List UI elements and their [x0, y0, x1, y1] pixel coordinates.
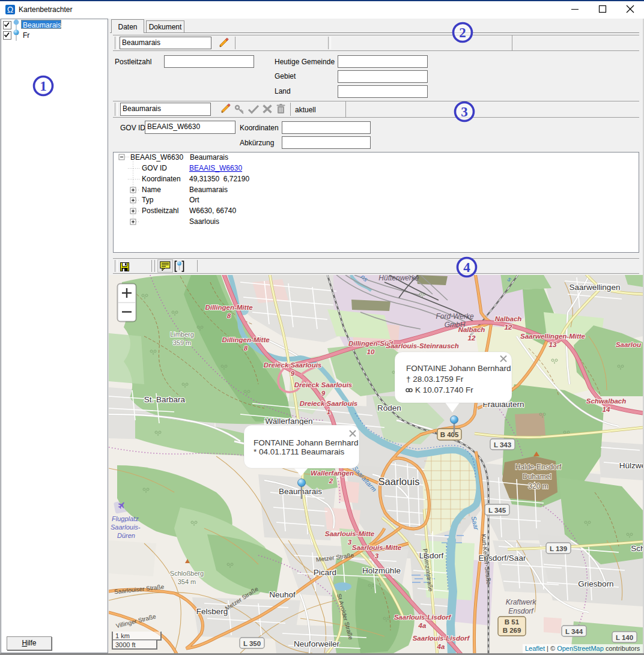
svg-text:Leaflet | © OpenStreetMap cont: Leaflet | © OpenStreetMap contributors [525, 645, 640, 652]
svg-text:320 m: 320 m [528, 482, 548, 490]
svg-text:Saarlou: Saarlou [616, 341, 641, 348]
svg-text:Hüttenwerke: Hüttenwerke [378, 274, 419, 282]
svg-text:Dillingen-Mitte: Dillingen-Mitte [205, 304, 253, 311]
svg-text:Schwalbach: Schwalbach [586, 397, 626, 405]
svg-text:Saarlouis-Steinrausch: Saarlouis-Steinrausch [386, 342, 458, 349]
svg-text:4: 4 [463, 260, 470, 275]
svg-text:Ford-Werke: Ford-Werke [436, 312, 473, 321]
svg-text:L 140: L 140 [616, 634, 633, 641]
svg-text:Holzmühle: Holzmühle [362, 566, 401, 575]
svg-text:Düren: Düren [117, 532, 135, 539]
svg-text:Dreieck Saarlouis: Dreieck Saarlouis [264, 361, 322, 369]
svg-text:Dreieck Saarlouis: Dreieck Saarlouis [300, 400, 358, 407]
svg-text:L 343: L 343 [494, 441, 511, 448]
svg-text:Limberg: Limberg [170, 331, 194, 338]
svg-text:3: 3 [461, 104, 468, 119]
svg-text:Roden: Roden [377, 403, 401, 412]
svg-text:L 344: L 344 [565, 628, 583, 635]
svg-text:4a: 4a [418, 622, 427, 629]
svg-text:K 10.07.1740 Fr: K 10.07.1740 Fr [415, 385, 473, 394]
svg-text:359 m: 359 m [173, 339, 192, 346]
svg-text:12: 12 [505, 324, 512, 331]
svg-text:Flugplatz: Flugplatz [112, 515, 139, 522]
svg-text:FONTAINE Johann Bernhard: FONTAINE Johann Bernhard [406, 364, 511, 373]
svg-text:Wallerfangen: Wallerfangen [311, 469, 354, 477]
svg-text:Saarwellingen: Saarwellingen [570, 283, 621, 292]
svg-text:B 269: B 269 [503, 627, 521, 634]
svg-text:Beaumarais: Beaumarais [279, 487, 322, 496]
svg-text:St. Barbara: St. Barbara [144, 395, 186, 404]
svg-text:Neuhof: Neuhof [269, 590, 296, 599]
svg-text:Saarwellingen-Mitte: Saarwellingen-Mitte [520, 333, 586, 340]
svg-text:Picard: Picard [314, 568, 336, 577]
svg-text:Griesborn: Griesborn [578, 579, 613, 588]
svg-text:Schloßberg: Schloßberg [170, 570, 204, 577]
svg-text:L 345: L 345 [488, 507, 506, 514]
svg-text:Dreieck Saarlouis: Dreieck Saarlouis [294, 381, 353, 388]
svg-text:B 51: B 51 [505, 618, 520, 626]
svg-text:Saarlouis-: Saarlouis- [111, 524, 141, 531]
svg-text:2: 2 [329, 477, 333, 484]
svg-text:Nalbach: Nalbach [458, 326, 485, 333]
svg-text:L 139: L 139 [550, 545, 567, 552]
svg-text:Dillingen-Mitte: Dillingen-Mitte [222, 336, 270, 343]
svg-text:8: 8 [227, 312, 231, 319]
svg-text:Ensdorf: Ensdorf [508, 607, 534, 615]
svg-text:B 405: B 405 [440, 431, 459, 438]
svg-text:Hülzwe: Hülzwe [619, 461, 644, 470]
svg-text:354 m: 354 m [178, 578, 196, 585]
svg-text:3: 3 [348, 539, 352, 546]
svg-text:2: 2 [459, 25, 466, 40]
svg-text:3: 3 [375, 552, 379, 560]
svg-text:Saarlouis-Lisdorf: Saarlouis-Lisdorf [394, 614, 452, 621]
svg-text:Saarlouis-Mitte: Saarlouis-Mitte [325, 530, 375, 537]
svg-text:Nalbach: Nalbach [495, 315, 522, 322]
svg-text:1: 1 [40, 79, 47, 94]
svg-text:Saarlouis-Lisdorf: Saarlouis-Lisdorf [413, 635, 470, 642]
svg-text:* 04.01.1711 Beaumarais: * 04.01.1711 Beaumarais [254, 447, 345, 456]
svg-text:14: 14 [603, 406, 610, 413]
svg-text:Duhamel: Duhamel [523, 472, 551, 481]
svg-text:1 km: 1 km [115, 632, 130, 639]
svg-text:Kraftwerk: Kraftwerk [506, 598, 537, 606]
svg-text:FONTAINE Johann Bernhard: FONTAINE Johann Bernhard [254, 438, 359, 447]
svg-text:L 350: L 350 [243, 640, 261, 647]
svg-text:Wallerfangen: Wallerfangen [265, 417, 312, 426]
svg-text:Neuforweiler: Neuforweiler [294, 639, 339, 648]
svg-text:Sch: Sch [631, 544, 644, 553]
svg-text:4a: 4a [437, 643, 445, 650]
svg-text:Felsberg: Felsberg [196, 607, 228, 616]
svg-text:13: 13 [549, 341, 557, 348]
svg-text:12: 12 [468, 334, 476, 342]
svg-text:† 28.03.1759 Fr: † 28.03.1759 Fr [406, 375, 464, 384]
svg-text:Saarlouis: Saarlouis [378, 476, 420, 487]
svg-text:9: 9 [291, 370, 295, 377]
svg-text:3000 ft: 3000 ft [115, 641, 136, 648]
svg-text:8: 8 [244, 345, 248, 352]
svg-text:Halde-Ensdorf: Halde-Ensdorf [515, 463, 562, 471]
svg-text:1: 1 [327, 408, 330, 415]
svg-text:10: 10 [367, 348, 375, 355]
svg-text:Saarlouis-Mitte: Saarlouis-Mitte [352, 544, 402, 551]
svg-text:9: 9 [321, 390, 326, 397]
